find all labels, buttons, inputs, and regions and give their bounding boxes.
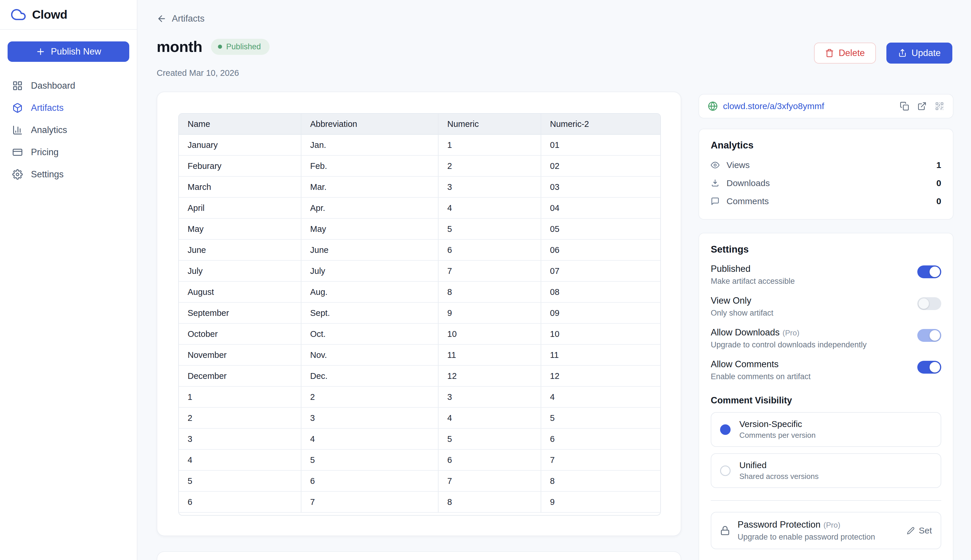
- app-title: Clowd: [32, 8, 67, 22]
- comment-visibility-option-unified[interactable]: Unified Shared across versions: [711, 453, 941, 488]
- sidebar-item-settings[interactable]: Settings: [0, 163, 137, 185]
- table-cell: 12: [439, 366, 541, 387]
- table-cell: November: [179, 345, 301, 366]
- table-cell: March: [179, 177, 301, 198]
- breadcrumb[interactable]: Artifacts: [157, 13, 205, 24]
- column-header-abbreviation: Abbreviation: [301, 114, 439, 135]
- back-arrow-icon: [157, 14, 167, 23]
- table-cell: 8: [541, 471, 660, 492]
- table-cell: 9: [541, 492, 660, 513]
- table-row: NovemberNov.1111: [179, 345, 660, 366]
- table-cell: 02: [541, 156, 660, 177]
- settings-divider: [711, 500, 941, 501]
- table-row: 6789: [179, 492, 660, 513]
- delete-button-label: Delete: [839, 48, 865, 58]
- cloud-icon: [11, 7, 26, 22]
- allow-comments-toggle[interactable]: [917, 361, 941, 373]
- setting-description: Only show artifact: [711, 308, 774, 318]
- allow-downloads-toggle[interactable]: [917, 329, 941, 342]
- table-cell: June: [179, 240, 301, 261]
- status-badge: Published: [211, 39, 270, 55]
- table-row: 5678: [179, 471, 660, 492]
- title-row: month Published: [157, 38, 270, 55]
- table-cell: 4: [179, 450, 301, 471]
- table-cell: 05: [541, 219, 660, 240]
- downloads-icon: [711, 179, 719, 188]
- column-header-numeric-2: Numeric-2: [541, 114, 660, 135]
- upload-icon: [898, 49, 907, 57]
- table-cell: 1: [179, 387, 301, 408]
- pro-feature-label: Password Protection(Pro): [737, 520, 875, 530]
- publish-new-button[interactable]: Publish New: [8, 42, 129, 62]
- table-cell: 11: [541, 345, 660, 366]
- table-cell: 08: [541, 282, 660, 303]
- radio-selected-icon[interactable]: [720, 424, 731, 435]
- table-cell: 11: [439, 345, 541, 366]
- analytics-label: Comments: [726, 196, 769, 206]
- table-row: AugustAug.808: [179, 282, 660, 303]
- table-cell: May: [301, 219, 439, 240]
- comment-visibility-option-version-specific[interactable]: Version-Specific Comments per version: [711, 412, 941, 447]
- share-url-link[interactable]: clowd.store/a/3xfyo8ymmf: [723, 101, 824, 111]
- table-cell: 6: [301, 471, 439, 492]
- sidebar-item-dashboard[interactable]: Dashboard: [0, 75, 137, 97]
- external-link-icon-button[interactable]: [917, 102, 927, 111]
- sidebar-item-analytics[interactable]: Analytics: [0, 119, 137, 141]
- update-button[interactable]: Update: [886, 43, 952, 63]
- sidebar-item-pricing[interactable]: Pricing: [0, 141, 137, 163]
- radio-unselected-icon[interactable]: [720, 465, 731, 476]
- pro-feature-description: Upgrade to enable password protection: [737, 533, 875, 542]
- qr-code-icon-button[interactable]: [935, 102, 944, 111]
- table-cell: 3: [301, 408, 439, 429]
- settings-card: Settings Published Make artifact accessi…: [699, 233, 953, 560]
- table-cell: 4: [541, 387, 660, 408]
- set-button-label: Set: [919, 526, 932, 535]
- setting-description: Enable comments on artifact: [711, 372, 811, 381]
- table-cell: 5: [179, 471, 301, 492]
- table-cell: 5: [541, 408, 660, 429]
- table-cell: 12: [541, 366, 660, 387]
- view-only-toggle[interactable]: [917, 297, 941, 310]
- table-cell: 3: [179, 429, 301, 450]
- table-cell: Jan.: [301, 135, 439, 156]
- table-cell: 10: [541, 324, 660, 345]
- comment-visibility-title: Comment Visibility: [711, 395, 941, 406]
- setting-row-allow-downloads: Allow Downloads(Pro) Upgrade to control …: [711, 327, 941, 349]
- table-header-row: NameAbbreviationNumericNumeric-2: [179, 114, 660, 135]
- table-cell: 7: [439, 261, 541, 282]
- column-header-numeric: Numeric: [439, 114, 541, 135]
- table-cell: 4: [439, 198, 541, 219]
- plus-icon: [36, 47, 45, 57]
- table-cell: 6: [541, 429, 660, 450]
- sidebar-item-artifacts[interactable]: Artifacts: [0, 97, 137, 119]
- table-cell: 2: [179, 408, 301, 429]
- table-row: 4567: [179, 450, 660, 471]
- table-cell: Oct.: [301, 324, 439, 345]
- toggle-knob: [929, 362, 940, 372]
- lock-icon: [720, 526, 730, 535]
- table-cell: 10: [439, 324, 541, 345]
- option-label: Unified: [739, 460, 819, 470]
- sidebar: Clowd Publish New Dashboard Artifacts An…: [0, 0, 137, 560]
- setting-label: Allow Comments: [711, 359, 811, 370]
- settings-title: Settings: [711, 244, 941, 255]
- setting-label: View Only: [711, 295, 774, 306]
- artifact-table-container[interactable]: NameAbbreviationNumericNumeric-2 January…: [178, 113, 661, 516]
- analytics-row-downloads: Downloads 0: [711, 178, 941, 188]
- table-cell: 1: [439, 135, 541, 156]
- artifact-preview-card: NameAbbreviationNumericNumeric-2 January…: [157, 92, 681, 536]
- next-section-card: [157, 551, 681, 560]
- table-row: 2345: [179, 408, 660, 429]
- app-logo: Clowd: [0, 0, 137, 30]
- table-cell: 4: [301, 429, 439, 450]
- analytics-row-comments: Comments 0: [711, 196, 941, 206]
- copy-icon-button[interactable]: [900, 102, 909, 111]
- table-cell: 04: [541, 198, 660, 219]
- breadcrumb-label: Artifacts: [172, 13, 205, 24]
- published-toggle[interactable]: [917, 265, 941, 278]
- table-cell: Sept.: [301, 303, 439, 324]
- set-button-password-protection[interactable]: Set: [907, 526, 932, 535]
- trash-icon: [825, 49, 834, 57]
- delete-button[interactable]: Delete: [814, 43, 876, 63]
- table-cell: 8: [439, 492, 541, 513]
